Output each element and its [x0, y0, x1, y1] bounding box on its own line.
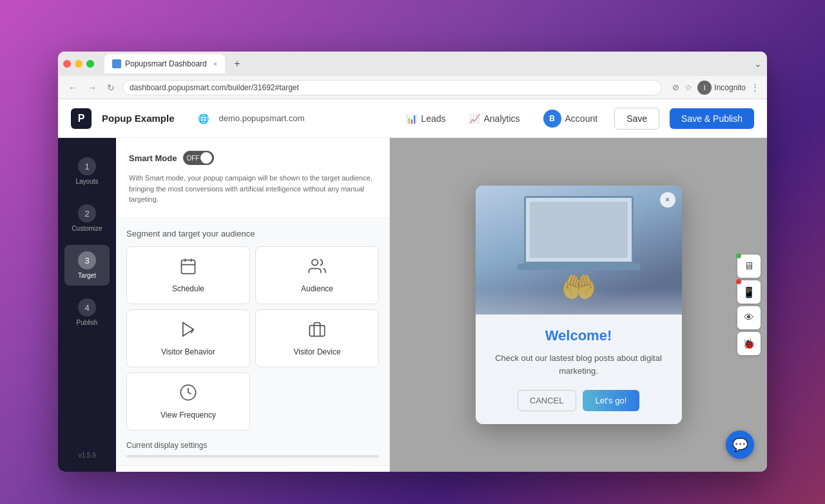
- account-label: Account: [565, 113, 598, 124]
- right-toolbar: 🖥 📱 👁 🐞: [737, 255, 761, 355]
- close-window-button[interactable]: [63, 60, 71, 68]
- desktop-active-indicator: [736, 253, 741, 258]
- content-panel: Smart Mode OFF With Smart mode, your pop…: [116, 138, 390, 472]
- popup-preview: × 🤲 Welcome!: [476, 186, 682, 424]
- smart-mode-label: Smart Mode: [129, 153, 177, 163]
- address-bar: ← → ↻ dashboard.popupsmart.com/builder/3…: [58, 76, 767, 99]
- visitor-behavior-card[interactable]: Visitor Behavior: [126, 309, 250, 367]
- smart-mode-section: Smart Mode OFF With Smart mode, your pop…: [116, 138, 389, 218]
- sidebar: 1 Layouts 2 Customize 3 Target 4 Publish…: [58, 138, 116, 472]
- menu-icon[interactable]: ⋮: [751, 82, 759, 92]
- tab-close-button[interactable]: ×: [213, 60, 217, 68]
- popup-body-text: Check out our lastest blog posts about d…: [489, 352, 669, 377]
- eye-icon: 👁: [744, 312, 754, 324]
- globe-icon: 🌐: [198, 113, 209, 124]
- popup-actions: CANCEL Let's go!: [489, 390, 669, 411]
- desktop-icon: 🖥: [744, 260, 754, 272]
- app-title: Popup Example: [102, 113, 175, 124]
- popup-close-button[interactable]: ×: [660, 192, 675, 208]
- traffic-lights: [63, 60, 94, 68]
- visitor-device-card-label: Visitor Device: [293, 347, 340, 356]
- audience-card[interactable]: Audience: [255, 246, 379, 304]
- analytics-icon: 📈: [469, 113, 480, 124]
- account-nav-link[interactable]: B Account: [537, 106, 605, 131]
- sidebar-item-layouts[interactable]: 1 Layouts: [64, 151, 110, 191]
- visitor-device-card[interactable]: Visitor Device: [255, 309, 379, 367]
- new-tab-button[interactable]: +: [230, 58, 244, 70]
- schedule-card[interactable]: Schedule: [126, 246, 250, 304]
- mobile-indicator: [736, 279, 741, 284]
- analytics-label: Analytics: [484, 113, 520, 124]
- display-settings-bar: [126, 455, 379, 458]
- desktop-view-button[interactable]: 🖥: [737, 255, 761, 278]
- back-button[interactable]: ←: [66, 81, 80, 94]
- view-frequency-card-label: View Frequency: [160, 411, 216, 420]
- bug-icon: 🐞: [742, 338, 755, 350]
- schedule-icon: [179, 257, 197, 279]
- sidebar-item-customize[interactable]: 2 Customize: [64, 198, 110, 238]
- app-header: P Popup Example 🌐 demo.popupsmart.com 📊 …: [58, 99, 767, 138]
- chat-button[interactable]: 💬: [726, 431, 754, 459]
- app-logo: P: [71, 108, 92, 129]
- toggle-knob: [200, 152, 212, 164]
- sidebar-num-4: 4: [78, 298, 96, 316]
- url-text: dashboard.popupsmart.com/builder/31692#t…: [130, 83, 299, 92]
- smart-mode-toggle[interactable]: OFF: [183, 151, 214, 165]
- mobile-view-button[interactable]: 📱: [737, 280, 761, 304]
- url-input[interactable]: dashboard.popupsmart.com/builder/31692#t…: [122, 80, 662, 95]
- browser-window: Popupsmart Dashboard × + ⌄ ← → ↻ dashboa…: [58, 52, 767, 472]
- view-frequency-icon: [179, 383, 197, 405]
- leads-nav-link[interactable]: 📊 Leads: [400, 110, 452, 128]
- sidebar-label-target: Target: [78, 272, 96, 279]
- popup-cancel-button[interactable]: CANCEL: [518, 390, 576, 411]
- tab-bar: Popupsmart Dashboard × + ⌄: [58, 52, 767, 76]
- audience-icon: [308, 257, 326, 279]
- sidebar-label-customize: Customize: [72, 225, 102, 232]
- active-tab[interactable]: Popupsmart Dashboard ×: [104, 54, 225, 73]
- targeting-cards-grid: Schedule Audience: [126, 246, 379, 367]
- visitor-device-icon: [308, 320, 326, 342]
- popup-body: Welcome! Check out our lastest blog post…: [476, 315, 682, 424]
- preview-button[interactable]: 👁: [737, 306, 761, 329]
- svg-rect-5: [309, 325, 324, 336]
- account-avatar: B: [543, 110, 561, 128]
- sidebar-num-1: 1: [78, 157, 96, 175]
- leads-label: Leads: [421, 113, 445, 124]
- debug-button[interactable]: 🐞: [737, 332, 761, 355]
- bookmark-icon[interactable]: ☆: [684, 82, 692, 92]
- minimize-window-button[interactable]: [75, 60, 82, 68]
- smart-mode-row: Smart Mode OFF: [129, 151, 376, 165]
- save-button[interactable]: Save: [614, 108, 659, 130]
- audience-card-label: Audience: [301, 284, 333, 293]
- window-minimize-icon: ⌄: [754, 59, 762, 69]
- maximize-window-button[interactable]: [86, 60, 94, 68]
- panel-footer: Prev Next to Publish: [116, 465, 389, 472]
- forward-button[interactable]: →: [85, 81, 99, 94]
- sidebar-item-target[interactable]: 3 Target: [64, 245, 110, 286]
- tab-title: Popupsmart Dashboard: [125, 59, 207, 68]
- display-settings-label: Current display settings: [126, 441, 207, 450]
- schedule-card-label: Schedule: [172, 284, 204, 293]
- segment-title: Segment and target your audience: [126, 229, 379, 238]
- incognito-badge: I Incognito: [697, 81, 746, 95]
- version-label: v1.5.9: [78, 452, 95, 459]
- sidebar-label-layouts: Layouts: [75, 178, 98, 185]
- sidebar-item-publish[interactable]: 4 Publish: [64, 292, 110, 333]
- address-bar-icons: ⊘ ☆ I Incognito ⋮: [672, 81, 759, 95]
- sidebar-num-3: 3: [78, 251, 96, 269]
- view-frequency-card[interactable]: View Frequency: [126, 373, 250, 431]
- refresh-button[interactable]: ↻: [104, 81, 117, 94]
- extensions-icon[interactable]: ⊘: [672, 82, 679, 92]
- popup-letsgo-button[interactable]: Let's go!: [583, 390, 640, 411]
- main-area: 1 Layouts 2 Customize 3 Target 4 Publish…: [58, 138, 767, 472]
- analytics-nav-link[interactable]: 📈 Analytics: [463, 110, 527, 128]
- mobile-icon: 📱: [742, 286, 755, 298]
- sidebar-num-2: 2: [78, 204, 96, 222]
- incognito-avatar: I: [697, 81, 712, 95]
- toggle-text: OFF: [186, 155, 199, 162]
- save-publish-button[interactable]: Save & Publish: [670, 108, 754, 129]
- svg-point-4: [312, 259, 318, 265]
- visitor-behavior-icon: [179, 320, 197, 342]
- smart-mode-description: With Smart mode, your popup campaign wil…: [129, 173, 376, 205]
- visitor-behavior-card-label: Visitor Behavior: [161, 347, 215, 356]
